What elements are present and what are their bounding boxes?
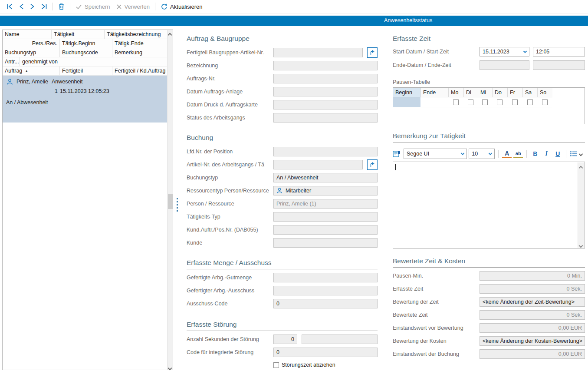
field-label: Einstandswert vor Bewertung xyxy=(393,325,480,331)
field-label: Bewertete Zeit xyxy=(393,312,480,318)
scroll-down-icon[interactable] xyxy=(579,242,583,246)
field-label: Anzahl Sekunden der Störung xyxy=(187,336,273,342)
list-header-cell[interactable]: Buchungscode xyxy=(60,48,112,57)
list-header-cell[interactable]: Bemerkung xyxy=(112,48,167,57)
scroll-up-icon[interactable] xyxy=(168,32,172,36)
field-label: Ressourcentyp Person/Ressource xyxy=(187,188,273,194)
pausen-header-beginn[interactable]: Beginn xyxy=(393,88,420,97)
field-label: Kunde xyxy=(187,240,273,246)
ausschuss-field xyxy=(273,286,378,295)
pausen-header-day[interactable]: Fr xyxy=(507,88,522,97)
pausen-day-cell xyxy=(537,97,552,107)
scroll-down-icon[interactable] xyxy=(168,365,172,369)
field-label: Start-Datum / Start-Zeit xyxy=(393,49,480,55)
pausen-table: Beginn Ende Mo Di Mi Do Fr Sa So xyxy=(393,87,585,124)
start-time-field[interactable]: 12:05 xyxy=(533,47,585,56)
chevron-down-icon[interactable] xyxy=(523,49,527,53)
list-header-cell[interactable]: Fertigteil / Kd.Auftrag xyxy=(112,66,167,75)
day-checkbox[interactable] xyxy=(497,99,503,105)
more-options-chevron-icon[interactable] xyxy=(579,152,583,156)
day-checkbox[interactable] xyxy=(453,99,459,105)
list-header-cell[interactable]: Pers./Res. xyxy=(3,39,60,48)
gutmenge-field xyxy=(273,273,378,282)
list-header-cell[interactable]: Buchungstyp xyxy=(3,48,60,57)
list-header-cell[interactable]: Tätigk.Ende xyxy=(112,39,167,48)
section-title-auftrag: Auftrag & Baugruppe xyxy=(187,35,378,45)
delete-button[interactable] xyxy=(55,1,68,12)
list-header-cell[interactable]: Antr... xyxy=(3,57,20,66)
font-size-select[interactable]: 10 xyxy=(469,149,495,159)
field-label: Bewertung der Zeit xyxy=(393,299,480,305)
top-toolbar: Speichern Verwerfen Aktualisieren xyxy=(0,0,588,13)
pausen-min-field: 0 Min. xyxy=(480,271,585,281)
panel-splitter-handle[interactable] xyxy=(177,198,178,212)
field-label: Gefertigte Arbg.-Gutmenge xyxy=(187,275,273,281)
record-buchungstyp: An / Abwesenheit xyxy=(6,99,48,106)
list-header-cell-sorted[interactable]: Auftrag ▲ xyxy=(3,66,60,75)
pausen-ende-cell[interactable] xyxy=(420,97,448,107)
list-header-cell[interactable]: Name xyxy=(3,30,52,39)
font-color-button[interactable]: A xyxy=(502,149,512,158)
selected-record-row[interactable]: Prinz, Amelie Anwesenheit 1 15.11.2023 1… xyxy=(3,76,167,123)
list-header-cell[interactable]: Tätigkeit xyxy=(52,30,105,39)
day-checkbox[interactable] xyxy=(512,99,518,105)
day-checkbox[interactable] xyxy=(468,99,473,105)
pausen-header-day[interactable]: So xyxy=(537,88,552,97)
open-record-arrow-icon xyxy=(370,162,375,167)
ressourcentyp-field: Mitarbeiter xyxy=(273,186,378,195)
toolbar-separator xyxy=(70,3,70,10)
pausen-header-day[interactable]: Do xyxy=(492,88,507,97)
day-checkbox[interactable] xyxy=(482,99,488,105)
einstandswert-vor-field: 0,00 EUR xyxy=(480,323,585,333)
section-title-menge: Erfasste Menge / Ausschuss xyxy=(187,259,378,269)
field-label: Datum Druck d. Auftragskarte xyxy=(187,102,273,108)
pausen-header-ende[interactable]: Ende xyxy=(420,88,448,97)
check-icon xyxy=(76,4,82,10)
stoerungszeit-checkbox[interactable] xyxy=(273,362,279,368)
day-checkbox[interactable] xyxy=(527,99,533,105)
bemerkung-textarea[interactable] xyxy=(393,162,585,248)
save-label: Speichern xyxy=(85,3,110,10)
field-label: Einstandswert der Buchung xyxy=(393,351,480,357)
first-record-button[interactable] xyxy=(3,1,16,12)
pausen-header-day[interactable]: Mi xyxy=(478,88,492,97)
italic-button[interactable]: I xyxy=(542,149,551,159)
lookup-button[interactable] xyxy=(367,159,378,170)
start-date-field[interactable]: 15.11.2023 xyxy=(480,47,529,56)
list-header-cell[interactable]: Fertigteil xyxy=(60,66,112,75)
discard-button[interactable]: Verwerfen xyxy=(113,1,153,12)
list-scrollbar-thumb[interactable] xyxy=(168,194,173,209)
pausen-beginn-cell[interactable] xyxy=(393,97,420,107)
pausen-header-day[interactable]: Di xyxy=(463,88,478,97)
field-label: Code für integrierte Störung xyxy=(187,349,273,355)
einstandswert-buchung-field: 0,00 EUR xyxy=(480,349,585,359)
lookup-button[interactable] xyxy=(367,47,378,58)
last-record-icon xyxy=(41,3,47,10)
textarea-scrollbar[interactable] xyxy=(578,162,584,248)
scroll-up-icon[interactable] xyxy=(579,165,583,169)
bold-button[interactable]: B xyxy=(530,149,540,159)
next-record-button[interactable] xyxy=(27,1,38,12)
last-record-button[interactable] xyxy=(38,1,50,12)
list-scrollbar[interactable] xyxy=(167,30,173,370)
dictionary-icon[interactable] xyxy=(393,150,401,158)
list-header-cell[interactable]: Tätigkeitsbezeichnung xyxy=(105,30,167,39)
font-family-select[interactable]: Segoe UI xyxy=(404,149,467,159)
list-header-cell[interactable]: Tätigk.Beginn xyxy=(60,39,112,48)
previous-record-button[interactable] xyxy=(16,1,27,12)
field-label: Gefertigter Arbg.-Ausschuss xyxy=(187,288,273,294)
field-label: Auftrags-Nr. xyxy=(187,76,273,82)
refresh-button[interactable]: Aktualisieren xyxy=(158,1,205,12)
day-checkbox[interactable] xyxy=(542,99,548,105)
highlight-color-button[interactable]: ab xyxy=(513,149,523,158)
list-header-cell[interactable]: genehmigt von xyxy=(20,57,167,66)
bullet-list-icon[interactable] xyxy=(570,151,578,157)
underline-button[interactable]: U xyxy=(553,149,562,159)
status-arbeitsgang-field xyxy=(273,113,378,123)
field-label: Pausen-Min. xyxy=(393,273,480,279)
records-list-panel: Name Tätigkeit Tätigkeitsbezeichnung Per… xyxy=(2,30,173,370)
pausen-header-day[interactable]: Mo xyxy=(448,88,463,97)
save-button[interactable]: Speichern xyxy=(72,1,113,12)
datum-auftrags-anlage-field xyxy=(273,87,378,96)
pausen-header-day[interactable]: Sa xyxy=(522,88,537,97)
